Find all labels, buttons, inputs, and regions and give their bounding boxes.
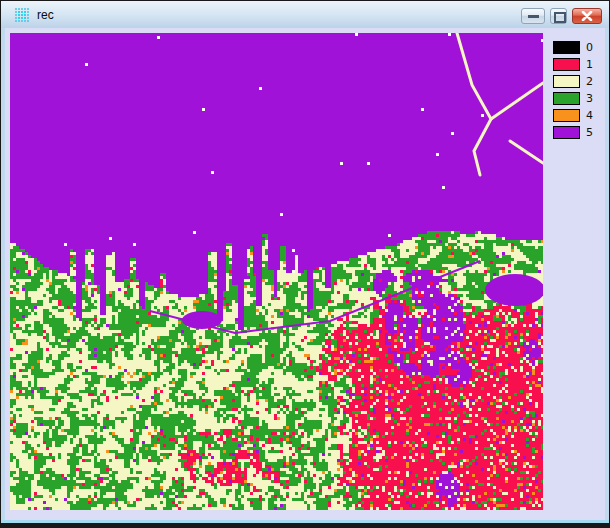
legend-color-swatch <box>553 126 580 139</box>
legend-class-label: 5 <box>586 126 593 139</box>
legend: 012345 <box>553 41 593 143</box>
raster-grid-icon <box>14 7 30 23</box>
close-icon <box>581 11 593 21</box>
minimize-icon <box>528 15 539 18</box>
legend-item: 0 <box>553 41 593 54</box>
legend-color-swatch <box>553 109 580 122</box>
legend-color-swatch <box>553 58 580 71</box>
classified-map[interactable] <box>10 33 543 510</box>
legend-item: 3 <box>553 92 593 105</box>
legend-class-label: 3 <box>586 92 593 105</box>
legend-class-label: 2 <box>586 75 593 88</box>
legend-class-label: 1 <box>586 58 593 71</box>
maximize-button[interactable] <box>550 8 567 24</box>
client-area: 012345 <box>5 28 605 520</box>
legend-item: 1 <box>553 58 593 71</box>
close-button[interactable] <box>572 8 602 24</box>
maximize-icon <box>554 12 566 23</box>
titlebar[interactable]: rec <box>1 1 609 28</box>
legend-item: 2 <box>553 75 593 88</box>
window-frame-bottom <box>1 520 609 523</box>
caption-buttons <box>521 8 602 24</box>
app-window: rec 012345 <box>0 0 610 528</box>
legend-item: 4 <box>553 109 593 122</box>
legend-color-swatch <box>553 75 580 88</box>
legend-item: 5 <box>553 126 593 139</box>
legend-color-swatch <box>553 41 580 54</box>
legend-color-swatch <box>553 92 580 105</box>
window-title: rec <box>37 8 54 22</box>
minimize-button[interactable] <box>521 8 545 24</box>
legend-class-label: 0 <box>586 41 593 54</box>
legend-class-label: 4 <box>586 109 593 122</box>
